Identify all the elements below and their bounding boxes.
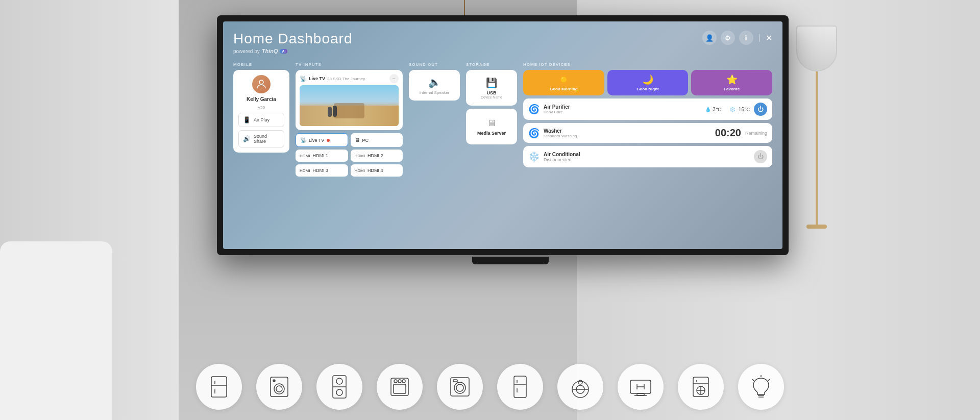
info-icon-button[interactable]: ℹ bbox=[739, 31, 753, 45]
tv-stand bbox=[472, 257, 549, 264]
washer-sub: Standard Washing bbox=[544, 134, 577, 138]
live-tv-program: 28 SKD The Journey bbox=[327, 77, 365, 81]
tv-input-main-card: 📡 Live TV 28 SKD The Journey − bbox=[296, 70, 403, 130]
night-icon: 🌙 bbox=[642, 74, 653, 85]
svg-rect-22 bbox=[514, 376, 526, 398]
svg-point-12 bbox=[336, 389, 342, 396]
appliance-robot-vacuum[interactable] bbox=[557, 364, 603, 410]
svg-point-0 bbox=[259, 80, 263, 84]
appliance-refrigerator[interactable] bbox=[196, 364, 242, 410]
sound-card[interactable]: 🔈 Internal Speaker bbox=[409, 70, 460, 101]
media-server-card[interactable]: 🖥 Media Server bbox=[466, 109, 517, 144]
svg-point-6 bbox=[274, 384, 284, 394]
input-grid: 📡 Live TV 🖥 PC HDMI HDMI 1 bbox=[296, 133, 403, 177]
svg-point-16 bbox=[398, 380, 401, 383]
expand-button[interactable]: − bbox=[389, 74, 399, 83]
svg-point-17 bbox=[402, 380, 405, 383]
tv-thumbnail bbox=[300, 85, 399, 126]
sound-out-label: SOUND OUT bbox=[409, 62, 460, 67]
input-live-tv[interactable]: 📡 Live TV bbox=[296, 133, 348, 147]
favorite-label: Favorite bbox=[724, 87, 740, 91]
usb-device-name: Device Name bbox=[481, 95, 502, 99]
iot-mode-row: ☀️ Good Morning 🌙 Good Night ⭐ Favorite bbox=[523, 70, 772, 95]
avatar bbox=[252, 75, 271, 93]
profile-icon-button[interactable]: 👤 bbox=[702, 31, 717, 45]
tv-content-jeep bbox=[334, 103, 364, 118]
floor-lamp-pole bbox=[816, 71, 818, 225]
header-icons: 👤 ⚙ ℹ | ✕ bbox=[702, 31, 772, 45]
settings-icon-button[interactable]: ⚙ bbox=[721, 31, 735, 45]
air-purifier-sub: Baby Care bbox=[544, 110, 570, 114]
media-server-label: Media Server bbox=[477, 131, 506, 136]
bottom-appliance-icons bbox=[0, 364, 980, 410]
signal-icon: 📡 bbox=[300, 76, 307, 82]
svg-point-11 bbox=[336, 378, 342, 384]
home-dashboard: Home Dashboard powered by ThinQ AI 👤 ⚙ ℹ… bbox=[223, 21, 782, 249]
mobile-section: MOBILE Kelly Garcia V50 📱 Air Pla bbox=[233, 62, 289, 236]
sound-share-button[interactable]: 🔊 Sound Share bbox=[238, 130, 284, 147]
air-conditional-status: Disconnected bbox=[544, 157, 580, 162]
air-purifier-power-button[interactable]: ⏻ bbox=[754, 103, 767, 116]
mobile-section-label: MOBILE bbox=[233, 62, 289, 67]
iot-section-label: HOME IOT DEVICES bbox=[523, 62, 772, 67]
user-device: V50 bbox=[258, 105, 265, 110]
input-hdmi2[interactable]: HDMI HDMI 2 bbox=[351, 150, 403, 162]
appliance-tv-box[interactable] bbox=[618, 364, 664, 410]
hdmi3-icon: HDMI bbox=[300, 168, 310, 173]
floor-lamp bbox=[796, 26, 837, 229]
input-hdmi4[interactable]: HDMI HDMI 4 bbox=[351, 164, 403, 177]
appliance-dishwasher[interactable] bbox=[678, 364, 724, 410]
temp-cold: ❄️ -16℃ bbox=[729, 107, 750, 112]
usb-card[interactable]: 💾 USB Device Name bbox=[466, 70, 517, 106]
user-name: Kelly Garcia bbox=[247, 96, 276, 102]
svg-point-20 bbox=[456, 384, 463, 391]
air-conditional-name: Air Conditional bbox=[544, 152, 580, 157]
speaker-icon: 🔈 bbox=[428, 76, 441, 88]
dashboard-subtitle: powered by ThinQ AI bbox=[233, 48, 352, 54]
night-label: Good Night bbox=[636, 87, 659, 91]
powered-by-text: powered by bbox=[233, 48, 260, 54]
good-night-button[interactable]: 🌙 Good Night bbox=[607, 70, 689, 95]
morning-label: Good Morning bbox=[550, 87, 578, 91]
appliance-fridge2[interactable] bbox=[497, 364, 543, 410]
thinq-logo: ThinQ bbox=[262, 48, 278, 54]
washer-card: 🌀 Washer Standard Washing 00:20 Remainin… bbox=[523, 123, 772, 143]
svg-point-15 bbox=[394, 380, 397, 383]
washer-timer-label: Remaining bbox=[745, 131, 767, 136]
appliance-oven[interactable] bbox=[377, 364, 423, 410]
air-purifier-stats: 💧 3℃ ❄️ -16℃ bbox=[705, 107, 750, 112]
appliance-lightbulb[interactable] bbox=[738, 364, 784, 410]
svg-point-28 bbox=[578, 380, 582, 384]
svg-rect-21 bbox=[453, 380, 457, 382]
input-hdmi1[interactable]: HDMI HDMI 1 bbox=[296, 150, 348, 162]
input-hdmi3[interactable]: HDMI HDMI 3 bbox=[296, 164, 348, 177]
close-button[interactable]: ✕ bbox=[766, 33, 772, 43]
hdmi1-icon: HDMI bbox=[300, 154, 310, 158]
sound-share-icon: 🔊 bbox=[243, 135, 251, 142]
air-purifier-card: 🌀 Air Purifier Baby Care 💧 3℃ ❄️ -16℃ bbox=[523, 98, 772, 120]
floor-lamp-base bbox=[806, 225, 827, 229]
iot-device-list: 🌀 Air Purifier Baby Care 💧 3℃ ❄️ -16℃ bbox=[523, 98, 772, 167]
storage-section: STORAGE 💾 USB Device Name 🖥 Media Server bbox=[466, 62, 517, 236]
tv-screen: Home Dashboard powered by ThinQ AI 👤 ⚙ ℹ… bbox=[223, 21, 782, 249]
washer-info: 🌀 Washer Standard Washing bbox=[528, 128, 577, 139]
air-conditional-power-button[interactable]: ⏻ bbox=[754, 150, 767, 163]
washer-name: Washer bbox=[544, 128, 577, 134]
appliance-washer[interactable] bbox=[256, 364, 302, 410]
ai-badge: AI bbox=[280, 49, 287, 54]
usb-label: USB bbox=[486, 90, 496, 95]
appliance-front-washer[interactable] bbox=[437, 364, 483, 410]
tv-inputs-label: TV INPUTS bbox=[296, 62, 403, 67]
tv-outer: Home Dashboard powered by ThinQ AI 👤 ⚙ ℹ… bbox=[217, 15, 789, 255]
air-play-button[interactable]: 📱 Air Play bbox=[238, 113, 284, 127]
washer-timer: 00:20 bbox=[715, 127, 741, 139]
live-tv-channel: Live TV bbox=[309, 76, 325, 81]
good-morning-button[interactable]: ☀️ Good Morning bbox=[523, 70, 604, 95]
tv-input-title-row: 📡 Live TV 28 SKD The Journey bbox=[300, 76, 365, 82]
favorite-button[interactable]: ⭐ Favorite bbox=[691, 70, 772, 95]
appliance-tower-washer[interactable] bbox=[316, 364, 362, 410]
air-purifier-icon: 🌀 bbox=[528, 104, 540, 115]
air-play-label: Air Play bbox=[254, 117, 270, 122]
input-pc[interactable]: 🖥 PC bbox=[351, 133, 403, 147]
dashboard-content: MOBILE Kelly Garcia V50 📱 Air Pla bbox=[233, 62, 772, 236]
